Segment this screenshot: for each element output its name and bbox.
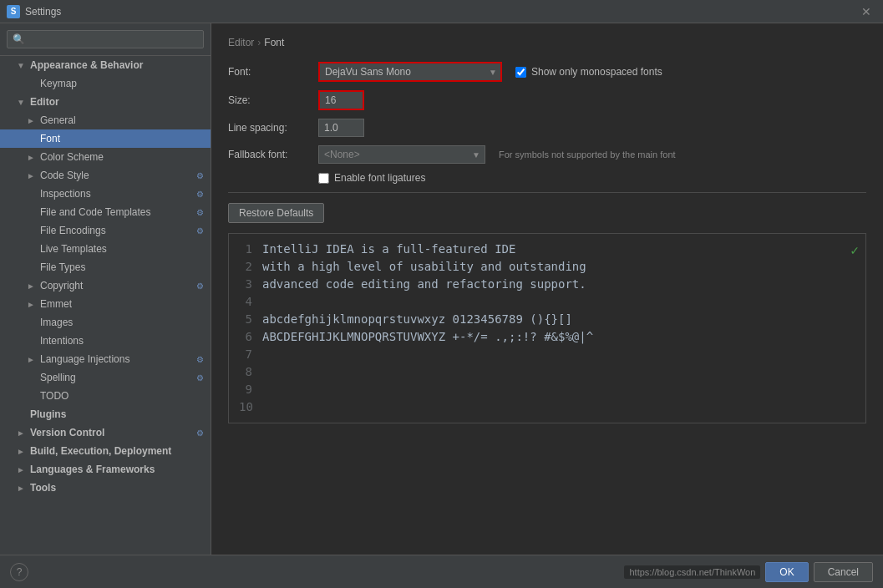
sidebar-item-spelling[interactable]: Spelling⚙ — [0, 368, 211, 387]
font-label: Font: — [228, 66, 312, 78]
fallback-font-label: Fallback font: — [228, 149, 312, 160]
sidebar-item-keymap[interactable]: Keymap — [0, 74, 211, 93]
line-number: 3 — [239, 276, 252, 293]
sidebar-item-file-encodings[interactable]: File Encodings⚙ — [0, 221, 211, 240]
content-area: Editor › Font Font: DejaVu Sans Mono ▼ S… — [211, 23, 883, 555]
preview-line: 1IntelliJ IDEA is a full-featured IDE — [239, 241, 855, 258]
preview-line: 10 — [239, 398, 855, 416]
sidebar-item-code-style[interactable]: ►Code Style⚙ — [0, 166, 211, 185]
sidebar-item-label: Color Scheme — [40, 151, 104, 163]
line-number: 9 — [239, 381, 252, 398]
breadcrumb-current: Font — [264, 37, 284, 48]
sidebar-item-label: Copyright — [40, 280, 83, 291]
settings-icon: ⚙ — [196, 355, 204, 364]
tree-arrow-icon: ▼ — [17, 61, 27, 70]
ok-button[interactable]: OK — [765, 562, 808, 582]
sidebar-item-languages-frameworks[interactable]: ►Languages & Frameworks — [0, 460, 211, 479]
line-content: ABCDEFGHIJKLMNOPQRSTUVWXYZ +-*/= .,;:!? … — [262, 328, 593, 346]
line-number: 10 — [239, 398, 253, 416]
settings-icon: ⚙ — [196, 226, 204, 236]
sidebar-item-color-scheme[interactable]: ►Color Scheme — [0, 148, 211, 166]
cancel-button[interactable]: Cancel — [814, 562, 873, 582]
preview-line: 9 — [239, 381, 855, 398]
sidebar-item-copyright[interactable]: ►Copyright⚙ — [0, 276, 211, 295]
sidebar-item-label: Editor — [30, 96, 59, 108]
breadcrumb-separator: › — [257, 37, 261, 48]
sidebar-item-label: TODO — [40, 390, 69, 402]
fallback-select-wrapper: <None> ▼ — [318, 145, 485, 164]
sidebar-item-intentions[interactable]: Intentions — [0, 332, 211, 350]
settings-icon: ⚙ — [196, 171, 204, 180]
show-monospaced-checkbox[interactable] — [515, 67, 526, 78]
sidebar-item-file-code-templates[interactable]: File and Code Templates⚙ — [0, 203, 211, 221]
ligatures-label: Enable font ligatures — [334, 172, 425, 184]
sidebar-item-tools[interactable]: ►Tools — [0, 479, 211, 497]
breadcrumb: Editor › Font — [228, 37, 866, 48]
restore-defaults-button[interactable]: Restore Defaults — [228, 203, 324, 223]
sidebar-item-label: File Types — [40, 261, 85, 273]
tree-arrow-icon: ► — [17, 465, 27, 474]
fallback-note: For symbols not supported by the main fo… — [499, 150, 676, 160]
sidebar-item-emmet[interactable]: ►Emmet — [0, 295, 211, 313]
tree-arrow-icon: ► — [27, 355, 37, 364]
settings-icon: ⚙ — [196, 208, 204, 217]
size-label: Size: — [228, 94, 312, 106]
sidebar-item-font[interactable]: Font — [0, 129, 211, 148]
line-number: 5 — [239, 311, 252, 328]
sidebar-item-todo[interactable]: TODO — [0, 387, 211, 405]
sidebar-item-version-control[interactable]: ►Version Control⚙ — [0, 423, 211, 442]
sidebar-item-general[interactable]: ►General — [0, 111, 211, 129]
sidebar-item-inspections[interactable]: Inspections⚙ — [0, 185, 211, 203]
sidebar-item-build-exec-deploy[interactable]: ►Build, Execution, Deployment — [0, 442, 211, 460]
font-select-wrapper: DejaVu Sans Mono ▼ — [318, 62, 502, 82]
sidebar-item-appearance[interactable]: ▼Appearance & Behavior — [0, 56, 211, 74]
size-row: Size: — [228, 90, 866, 110]
fallback-font-select[interactable]: <None> — [318, 145, 485, 164]
line-spacing-label: Line spacing: — [228, 122, 312, 134]
sidebar-item-label: Language Injections — [40, 353, 129, 365]
main-layout: ▼Appearance & BehaviorKeymap▼Editor►Gene… — [0, 23, 883, 555]
line-number: 8 — [239, 363, 252, 381]
divider — [228, 192, 866, 193]
sidebar-item-label: Font — [40, 133, 60, 144]
sidebar-item-live-templates[interactable]: Live Templates — [0, 240, 211, 258]
sidebar-item-images[interactable]: Images — [0, 313, 211, 332]
sidebar-item-plugins[interactable]: Plugins — [0, 405, 211, 423]
font-select[interactable]: DejaVu Sans Mono — [318, 62, 502, 82]
title-bar: S Settings ✕ — [0, 0, 883, 23]
sidebar-item-language-injections[interactable]: ►Language Injections⚙ — [0, 350, 211, 368]
check-icon: ✓ — [850, 241, 859, 261]
line-number: 1 — [239, 241, 252, 258]
line-spacing-input[interactable] — [318, 119, 364, 137]
line-content: advanced code editing and refactoring su… — [262, 276, 586, 293]
line-content: with a high level of usability and outst… — [262, 258, 586, 276]
sidebar-item-label: Inspections — [40, 188, 91, 200]
search-input[interactable] — [7, 30, 204, 48]
size-input[interactable] — [318, 90, 364, 110]
line-content: IntelliJ IDEA is a full-featured IDE — [262, 241, 515, 258]
tree-arrow-icon: ► — [27, 171, 37, 180]
preview-line: 4 — [239, 293, 855, 311]
sidebar-item-editor[interactable]: ▼Editor — [0, 93, 211, 111]
tree-arrow-icon: ► — [27, 116, 37, 125]
preview-line: 5abcdefghijklmnopqrstuvwxyz 0123456789 (… — [239, 311, 855, 328]
preview-line: 3advanced code editing and refactoring s… — [239, 276, 855, 293]
line-number: 7 — [239, 346, 252, 363]
tree-arrow-icon: ▼ — [17, 98, 27, 107]
preview-line: 6ABCDEFGHIJKLMNOPQRSTUVWXYZ +-*/= .,;:!?… — [239, 328, 855, 346]
sidebar-item-label: Images — [40, 317, 73, 328]
help-button[interactable]: ? — [10, 563, 28, 581]
sidebar-item-file-types[interactable]: File Types — [0, 258, 211, 276]
close-button[interactable]: ✕ — [856, 3, 876, 20]
preview-line: 2with a high level of usability and outs… — [239, 258, 855, 276]
tree-arrow-icon: ► — [17, 484, 27, 493]
sidebar-item-label: Keymap — [40, 78, 77, 89]
sidebar-item-label: File Encodings — [40, 225, 106, 236]
ligatures-checkbox[interactable] — [318, 173, 329, 184]
url-hint: https://blog.csdn.net/ThinkWon — [624, 565, 760, 579]
line-number: 4 — [239, 293, 252, 311]
line-number: 6 — [239, 328, 252, 346]
sidebar: ▼Appearance & BehaviorKeymap▼Editor►Gene… — [0, 23, 211, 555]
sidebar-item-label: Intentions — [40, 335, 84, 347]
sidebar-item-label: Emmet — [40, 298, 72, 310]
